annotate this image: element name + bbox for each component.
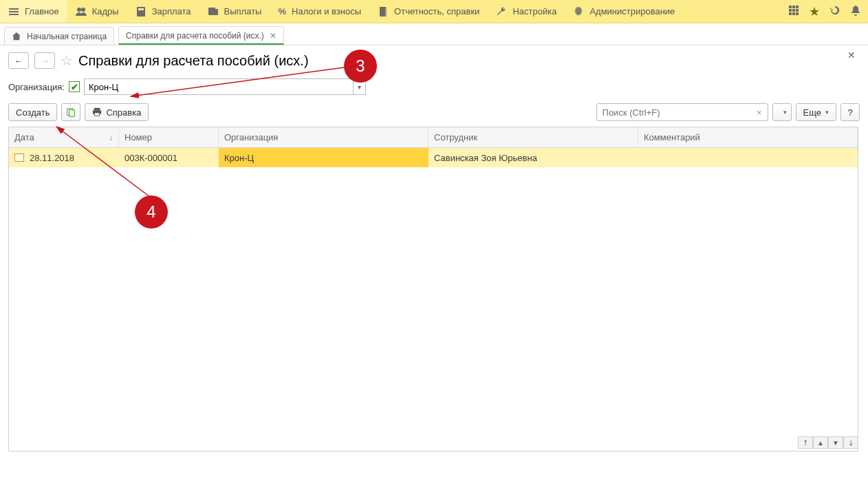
more-button-label: Еще <box>803 107 821 118</box>
col-header-org-label: Организация <box>224 132 278 142</box>
svg-rect-18 <box>69 110 75 117</box>
grid-nav-top[interactable]: ⤒ <box>798 436 813 449</box>
org-filter-label: Организация: <box>8 82 65 92</box>
nav-back-button[interactable]: ← <box>8 52 29 69</box>
col-header-date[interactable]: Дата ↓ <box>9 127 119 147</box>
org-filter-checkbox[interactable]: ✔ <box>69 81 80 92</box>
svg-rect-9 <box>792 6 795 8</box>
cell-employee-value: Савинская Зоя Юрьевна <box>434 153 537 163</box>
search-options-button[interactable]: ▾ <box>772 103 792 121</box>
callout-3: 3 <box>344 50 377 83</box>
help-button[interactable]: ? <box>840 103 860 121</box>
tab-home[interactable]: Начальная страница <box>4 27 114 45</box>
grid-nav-bottom[interactable]: ⤓ <box>843 436 858 449</box>
menu-main[interactable]: Главное <box>0 0 67 23</box>
svg-rect-13 <box>796 9 799 12</box>
top-menu-left: Главное Кадры Зарплата Выплаты % Налоги … <box>0 0 788 23</box>
grid-body[interactable]: 28.11.2018 003К-000001 Крон-Ц Савинская … <box>9 148 858 451</box>
callout-4: 4 <box>135 195 168 229</box>
col-header-org[interactable]: Организация <box>219 127 428 147</box>
svg-rect-19 <box>94 108 100 111</box>
menu-salary[interactable]: Зарплата <box>127 0 199 23</box>
callout-3-label: 3 <box>356 56 365 76</box>
svg-rect-8 <box>789 6 792 8</box>
svg-rect-16 <box>796 12 799 15</box>
menu-staff-label: Кадры <box>92 6 119 17</box>
star-icon[interactable]: ★ <box>809 4 820 19</box>
svg-rect-5 <box>208 8 215 10</box>
calculator-icon <box>135 6 147 17</box>
svg-rect-10 <box>796 6 799 8</box>
print-button[interactable]: Справка <box>85 103 149 121</box>
wallet-icon <box>208 6 219 17</box>
col-header-employee[interactable]: Сотрудник <box>428 127 638 147</box>
grid-nav-up[interactable]: ▲ <box>813 436 828 449</box>
menu-reports[interactable]: Отчетность, справки <box>369 0 488 23</box>
top-menu-bar: Главное Кадры Зарплата Выплаты % Налоги … <box>0 0 868 23</box>
svg-point-22 <box>777 112 778 113</box>
wrench-icon <box>496 6 507 17</box>
document-icon <box>378 6 389 17</box>
menu-settings[interactable]: Настройка <box>488 0 565 23</box>
nav-forward-button[interactable]: → <box>34 52 55 69</box>
menu-admin[interactable]: Администрирование <box>565 0 683 23</box>
cell-number-value: 003К-000001 <box>124 153 177 163</box>
menu-payments[interactable]: Выплаты <box>199 0 270 23</box>
tab-current-label: Справки для расчета пособий (исх.) <box>126 31 264 41</box>
search-icon <box>777 108 778 116</box>
search-clear-icon[interactable]: × <box>754 107 765 118</box>
menu-settings-label: Настройка <box>512 6 556 17</box>
menu-taxes[interactable]: % Налоги и взносы <box>270 0 369 23</box>
search-input[interactable] <box>603 107 754 118</box>
menu-admin-label: Администрирование <box>589 6 675 17</box>
apps-icon[interactable] <box>788 5 799 18</box>
print-icon <box>92 107 102 117</box>
cell-employee: Савинская Зоя Юрьевна <box>428 148 638 167</box>
col-header-comment-label: Комментарий <box>644 132 700 142</box>
page-header: ← → ☆ Справки для расчета пособий (исх.) <box>8 52 860 69</box>
callout-4-label: 4 <box>147 202 155 222</box>
grid-nav-down[interactable]: ▼ <box>828 436 843 449</box>
svg-rect-15 <box>792 12 795 15</box>
sort-arrow-icon: ↓ <box>109 133 113 142</box>
search-box[interactable]: × <box>596 103 768 121</box>
toolbar: Создать Справка × ▾ Еще ▾ ? <box>8 103 860 121</box>
create-copy-button[interactable] <box>61 103 80 121</box>
menu-staff[interactable]: Кадры <box>67 0 127 23</box>
page-content: ✕ ← → ☆ Справки для расчета пособий (исх… <box>0 45 868 452</box>
bell-icon[interactable] <box>850 5 861 18</box>
org-combo-input[interactable] <box>85 79 353 94</box>
page-close-button[interactable]: ✕ <box>847 50 856 61</box>
chevron-down-icon: ▾ <box>825 109 829 116</box>
tab-close-icon[interactable]: ✕ <box>270 31 276 41</box>
org-combo[interactable]: ▾ <box>84 78 366 95</box>
grid-header: Дата ↓ Номер Организация Сотрудник Комме… <box>9 127 858 148</box>
menu-payments-label: Выплаты <box>224 6 262 17</box>
cell-org: Крон-Ц <box>219 148 428 167</box>
grid-nav-buttons: ⤒ ▲ ▼ ⤓ <box>798 436 858 449</box>
gear-icon <box>573 6 584 17</box>
menu-icon <box>8 6 19 17</box>
chevron-down-icon: ▾ <box>783 109 787 116</box>
document-row-icon <box>14 153 24 162</box>
favorite-star-icon[interactable]: ☆ <box>61 52 73 69</box>
print-button-label: Справка <box>106 107 141 118</box>
people-icon <box>76 6 87 17</box>
page-title: Справки для расчета пособий (исх.) <box>78 53 309 69</box>
col-header-number[interactable]: Номер <box>119 127 219 147</box>
more-button[interactable]: Еще ▾ <box>796 103 836 121</box>
cell-org-value: Крон-Ц <box>224 153 254 163</box>
svg-point-0 <box>77 8 81 12</box>
create-button[interactable]: Создать <box>8 103 57 121</box>
menu-main-label: Главное <box>25 6 59 17</box>
cell-date: 28.11.2018 <box>9 148 119 167</box>
svg-rect-4 <box>208 9 218 15</box>
table-row[interactable]: 28.11.2018 003К-000001 Крон-Ц Савинская … <box>9 148 858 167</box>
history-icon[interactable] <box>829 5 840 18</box>
svg-rect-7 <box>381 7 387 17</box>
create-button-label: Создать <box>16 107 50 118</box>
col-header-comment[interactable]: Комментарий <box>638 127 858 147</box>
tab-current[interactable]: Справки для расчета пособий (исх.) ✕ <box>118 26 284 45</box>
tab-home-label: Начальная страница <box>27 32 107 41</box>
cell-comment <box>638 148 858 167</box>
